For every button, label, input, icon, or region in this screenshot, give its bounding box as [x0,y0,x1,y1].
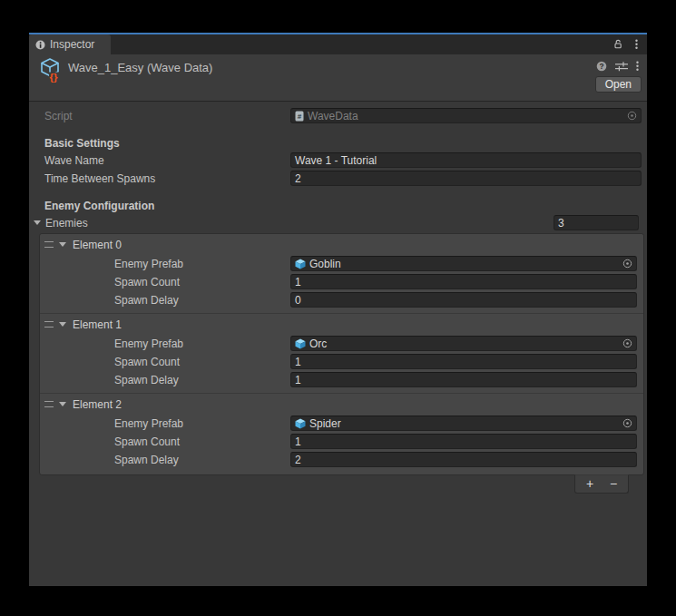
spawn-count-label: Spawn Count [44,435,290,448]
drag-handle-icon[interactable] [44,241,54,248]
wave-name-input[interactable]: Wave 1 - Tutorial [290,152,642,168]
wave-name-row: Wave Name Wave 1 - Tutorial [29,152,642,168]
element-2-header[interactable]: Element 2 [44,396,640,413]
enemy-prefab-label: Enemy Prefab [44,417,290,430]
script-object-field[interactable]: # WaveData [290,108,642,123]
spawn-delay-input-1[interactable]: 1 [290,372,637,387]
enemy-prefab-value: Orc [309,337,327,350]
spawn-delay-label: Spawn Delay [44,374,290,386]
spawn-count-input-2[interactable]: 1 [290,434,637,449]
object-picker-icon[interactable] [627,111,637,121]
list-element-1: Element 1 Enemy Prefab Orc [40,313,643,390]
spawn-delay-value: 2 [295,454,301,466]
tab-label: Inspector [50,38,94,51]
spawn-delay-row: Spawn Delay 1 [44,372,640,387]
add-element-button[interactable]: + [583,476,596,492]
spawn-count-input-1[interactable]: 1 [290,354,637,369]
spawn-count-label: Spawn Count [44,356,290,368]
object-picker-icon[interactable] [622,418,632,428]
help-icon[interactable]: ? [596,61,607,72]
tab-kebab-menu-icon[interactable] [635,39,638,50]
element-0-label: Element 0 [73,239,122,251]
enemies-size-input[interactable]: 3 [554,215,639,230]
info-icon [35,40,45,50]
scriptable-object-icon: {} [37,56,63,83]
enemy-prefab-field-1[interactable]: Orc [290,336,637,351]
spawn-count-value: 1 [295,276,301,288]
spawn-count-row: Spawn Count 1 [44,274,640,289]
spawn-count-input-0[interactable]: 1 [290,274,637,289]
enemies-foldout-icon[interactable] [34,220,41,225]
enemy-prefab-label: Enemy Prefab [44,337,290,350]
section-enemy-configuration: Enemy Configuration [29,200,647,212]
spawn-count-label: Spawn Count [44,276,290,288]
object-picker-icon[interactable] [622,259,632,269]
enemies-size-value: 3 [558,217,564,230]
inspector-body: Script # WaveData Basic Settings Wave Na… [29,108,647,494]
enemy-prefab-row: Enemy Prefab Goblin [44,256,640,271]
element-1-header[interactable]: Element 1 [44,316,640,333]
enemy-prefab-value: Spider [309,417,341,430]
spawn-count-value: 1 [295,356,301,368]
wave-name-label: Wave Name [29,154,290,167]
enemy-prefab-value: Goblin [309,258,341,270]
prefab-cube-icon [295,338,306,349]
element-1-foldout-icon[interactable] [59,322,66,327]
time-between-spawns-input[interactable]: 2 [290,171,642,186]
prefab-cube-icon [295,418,306,429]
inspector-header: {} Wave_1_Easy (Wave Data) ? Open [29,54,647,102]
object-picker-icon[interactable] [622,338,632,348]
time-between-spawns-label: Time Between Spawns [29,172,290,185]
list-element-0: Element 0 Enemy Prefab Goblin [40,236,643,310]
time-between-spawns-row: Time Between Spawns 2 [29,171,642,186]
spawn-count-value: 1 [295,435,301,448]
enemy-prefab-field-0[interactable]: Goblin [290,256,637,271]
enemy-prefab-field-2[interactable]: Spider [290,416,637,431]
tab-bar: Inspector [29,34,647,54]
element-1-label: Element 1 [73,318,122,331]
asset-title: Wave_1_Easy (Wave Data) [68,61,212,74]
script-row: Script # WaveData [29,108,642,123]
element-2-foldout-icon[interactable] [59,402,66,406]
spawn-delay-row: Spawn Delay 0 [44,292,640,308]
spawn-delay-label: Spawn Delay [44,294,290,307]
svg-text:{}: {} [50,72,58,83]
drag-handle-icon[interactable] [44,321,54,328]
element-0-foldout-icon[interactable] [59,242,66,247]
enemies-foldout-row: Enemies 3 [29,215,639,230]
csharp-script-icon: # [295,111,304,122]
element-0-header[interactable]: Element 0 [44,236,640,253]
open-button[interactable]: Open [595,76,642,93]
header-kebab-menu-icon[interactable] [636,61,639,72]
spawn-count-row: Spawn Count 1 [44,434,640,449]
presets-icon[interactable] [615,61,628,72]
spawn-delay-label: Spawn Delay [44,454,290,466]
spawn-delay-input-2[interactable]: 2 [290,452,637,467]
svg-text:#: # [298,112,302,121]
script-value: WaveData [308,110,358,122]
inspector-window: Inspector {} Wave_1_Easy (Wave Data) [29,33,647,586]
list-footer: + − [574,474,629,494]
enemy-prefab-row: Enemy Prefab Spider [44,416,640,431]
spawn-delay-value: 1 [295,374,301,386]
enemies-label[interactable]: Enemies [45,217,88,230]
prefab-cube-icon [295,259,306,269]
spawn-delay-row: Spawn Delay 2 [44,452,640,467]
enemy-prefab-row: Enemy Prefab Orc [44,336,640,351]
list-element-2: Element 2 Enemy Prefab Spider [40,393,643,470]
spawn-delay-value: 0 [295,294,301,307]
time-between-spawns-value: 2 [295,172,301,185]
remove-element-button[interactable]: − [607,476,620,492]
section-basic-settings: Basic Settings [29,137,647,150]
element-2-label: Element 2 [73,398,122,411]
tab-inspector[interactable]: Inspector [29,34,111,54]
script-label: Script [29,110,290,122]
lock-icon[interactable] [612,39,623,50]
spawn-count-row: Spawn Count 1 [44,354,640,369]
enemy-prefab-label: Enemy Prefab [44,258,290,270]
wave-name-value: Wave 1 - Tutorial [295,154,377,167]
spawn-delay-input-0[interactable]: 0 [290,292,637,308]
svg-text:?: ? [599,62,603,71]
enemies-list: Element 0 Enemy Prefab Goblin [39,233,644,475]
drag-handle-icon[interactable] [44,401,54,407]
